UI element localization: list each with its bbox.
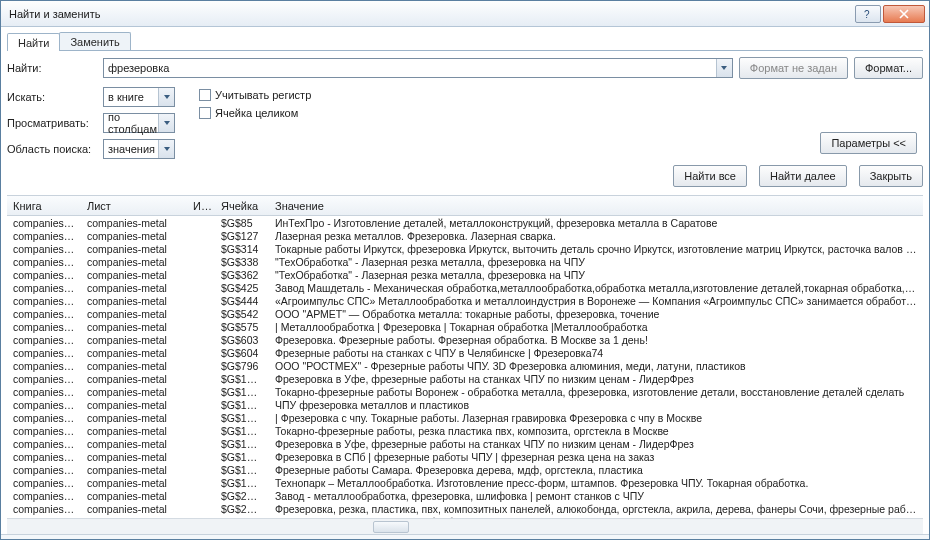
table-row[interactable]: companies.xlsxcompanies-metal$G$425Завод… bbox=[7, 281, 923, 294]
svg-text:?: ? bbox=[864, 9, 870, 20]
search-area-combo[interactable]: значения bbox=[103, 139, 175, 159]
col-book[interactable]: Книга bbox=[7, 200, 81, 212]
table-row[interactable]: companies.xlsxcompanies-metal$G$1356Тока… bbox=[7, 385, 923, 398]
table-row[interactable]: companies.xlsxcompanies-metal$G$338"ТехО… bbox=[7, 255, 923, 268]
results-grid[interactable]: companies.xlsxcompanies-metal$G$85ИнТехП… bbox=[7, 216, 923, 518]
table-row[interactable]: companies.xlsxcompanies-metal$G$796ООО "… bbox=[7, 359, 923, 372]
table-row[interactable]: companies.xlsxcompanies-metal$G$85ИнТехП… bbox=[7, 216, 923, 229]
find-input[interactable]: фрезеровка bbox=[103, 58, 733, 78]
table-row[interactable]: companies.xlsxcompanies-metal$G$314Токар… bbox=[7, 242, 923, 255]
chevron-down-icon bbox=[158, 88, 174, 106]
table-row[interactable]: companies.xlsxcompanies-metal$G$1631Фрез… bbox=[7, 437, 923, 450]
search-area-label: Область поиска: bbox=[7, 143, 103, 155]
scan-order-label: Просматривать: bbox=[7, 117, 103, 129]
scan-order-combo[interactable]: по столбцам bbox=[103, 113, 175, 133]
table-row[interactable]: companies.xlsxcompanies-metal$G$1541ЧПУ … bbox=[7, 398, 923, 411]
table-row[interactable]: companies.xlsxcompanies-metal$G$1847Техн… bbox=[7, 476, 923, 489]
chevron-down-icon bbox=[158, 140, 174, 158]
table-row[interactable]: companies.xlsxcompanies-metal$G$1589Тока… bbox=[7, 424, 923, 437]
status-bar: 149 ячеек найдено bbox=[1, 534, 929, 540]
table-row[interactable]: companies.xlsxcompanies-metal$G$362"ТехО… bbox=[7, 268, 923, 281]
col-cell[interactable]: Ячейка bbox=[215, 200, 269, 212]
scrollbar-thumb[interactable] bbox=[373, 521, 409, 533]
results-header: Книга Лист Имя Ячейка Значение bbox=[7, 196, 923, 216]
table-row[interactable]: companies.xlsxcompanies-metal$G$604Фрезе… bbox=[7, 346, 923, 359]
table-row[interactable]: companies.xlsxcompanies-metal$G$603Фрезе… bbox=[7, 333, 923, 346]
find-input-value: фрезеровка bbox=[108, 62, 169, 74]
find-next-button[interactable]: Найти далее bbox=[759, 165, 847, 187]
window-title: Найти и заменить bbox=[5, 8, 853, 20]
table-row[interactable]: companies.xlsxcompanies-metal$G$575| Мет… bbox=[7, 320, 923, 333]
title-bar: Найти и заменить ? bbox=[1, 1, 929, 27]
table-row[interactable]: companies.xlsxcompanies-metal$G$2434Фрез… bbox=[7, 502, 923, 515]
find-label: Найти: bbox=[7, 62, 103, 74]
table-row[interactable]: companies.xlsxcompanies-metal$G$1064Фрез… bbox=[7, 372, 923, 385]
find-dropdown-arrow[interactable] bbox=[716, 59, 732, 77]
table-row[interactable]: companies.xlsxcompanies-metal$G$444«Агро… bbox=[7, 294, 923, 307]
match-case-checkbox[interactable]: Учитывать регистр bbox=[199, 89, 311, 101]
col-name[interactable]: Имя bbox=[187, 200, 215, 212]
help-button[interactable]: ? bbox=[855, 5, 881, 23]
table-row[interactable]: companies.xlsxcompanies-metal$G$127Лазер… bbox=[7, 229, 923, 242]
window-close-button[interactable] bbox=[883, 5, 925, 23]
table-row[interactable]: companies.xlsxcompanies-metal$G$1551| Фр… bbox=[7, 411, 923, 424]
search-scope-label: Искать: bbox=[7, 91, 103, 103]
table-row[interactable]: companies.xlsxcompanies-metal$G$2362Заво… bbox=[7, 489, 923, 502]
checkbox-icon bbox=[199, 89, 211, 101]
col-value[interactable]: Значение bbox=[269, 200, 923, 212]
table-row[interactable]: companies.xlsxcompanies-metal$G$542ООО "… bbox=[7, 307, 923, 320]
whole-cell-checkbox[interactable]: Ячейка целиком bbox=[199, 107, 311, 119]
chevron-down-icon bbox=[158, 114, 174, 132]
close-button[interactable]: Закрыть bbox=[859, 165, 923, 187]
tab-bar: Найти Заменить bbox=[7, 31, 923, 51]
find-all-button[interactable]: Найти все bbox=[673, 165, 747, 187]
col-sheet[interactable]: Лист bbox=[81, 200, 187, 212]
table-row[interactable]: companies.xlsxcompanies-metal$G$1634Фрез… bbox=[7, 450, 923, 463]
horizontal-scrollbar[interactable] bbox=[7, 518, 923, 534]
tab-replace[interactable]: Заменить bbox=[59, 32, 130, 50]
tab-find[interactable]: Найти bbox=[7, 33, 60, 51]
format-not-set-button[interactable]: Формат не задан bbox=[739, 57, 848, 79]
parameters-button[interactable]: Параметры << bbox=[820, 132, 917, 154]
checkbox-icon bbox=[199, 107, 211, 119]
table-row[interactable]: companies.xlsxcompanies-metal$G$1708Фрез… bbox=[7, 463, 923, 476]
format-button[interactable]: Формат... bbox=[854, 57, 923, 79]
search-scope-combo[interactable]: в книге bbox=[103, 87, 175, 107]
